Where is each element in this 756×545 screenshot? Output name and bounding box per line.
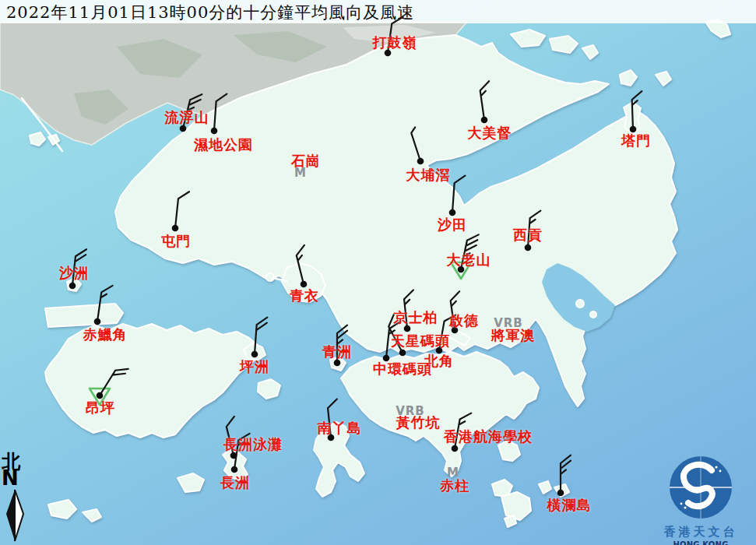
wind-station (251, 317, 268, 358)
station-label: 黃竹坑 (396, 416, 441, 430)
wind-station (557, 455, 571, 497)
hko-logo-icon (668, 455, 733, 520)
station-label: 橫瀾島 (547, 498, 592, 512)
station-dot (301, 281, 308, 288)
wind-overlay (0, 0, 756, 545)
station-label: 天星碼頭 (391, 334, 450, 348)
variable-wind-mark: VRB (396, 406, 425, 417)
wind-barb-icon (255, 317, 267, 355)
wind-barb-icon (100, 364, 128, 401)
station-dot (180, 125, 187, 132)
wind-station (172, 191, 189, 231)
station-dot (97, 392, 104, 399)
north-letter-label: N (2, 469, 30, 487)
station-dot (417, 158, 424, 165)
wind-barb-icon (631, 91, 643, 129)
station-label: 濕地公園 (194, 138, 253, 152)
wind-station (211, 93, 227, 135)
station-dot (334, 360, 341, 367)
station-dot (251, 351, 258, 358)
station-label: 昂坪 (86, 401, 115, 415)
station-dot (449, 209, 456, 216)
wind-map-app: 2022年11月01日13時00分的十分鐘平均風向及風速 打鼓嶺流浮山濕地公園石… (0, 0, 756, 545)
hko-logo-chinese-name: 香港天文台 (649, 525, 753, 540)
station-label: 啟德 (449, 314, 479, 328)
station-dot (481, 117, 488, 124)
station-label: 西貢 (513, 228, 543, 242)
station-dot (630, 126, 637, 133)
station-label: 香港航海學校 (444, 430, 533, 444)
wind-station (94, 284, 113, 325)
north-arrow-icon (2, 488, 28, 543)
wind-barb-icon (561, 455, 571, 493)
station-label: 坪洲 (240, 360, 269, 374)
wind-station (410, 127, 426, 164)
wind-station (630, 91, 643, 132)
station-dot (94, 318, 101, 325)
station-dot (452, 445, 459, 452)
wind-barb-icon (410, 127, 426, 161)
station-dot (399, 350, 406, 357)
station-label: 赤鱲角 (83, 328, 128, 342)
wind-barb-icon (97, 284, 113, 323)
station-label: 大美督 (468, 126, 512, 140)
station-label: 屯門 (161, 234, 191, 248)
wind-barb-icon (452, 175, 465, 213)
wind-barb-icon (175, 191, 189, 229)
wind-station (294, 245, 313, 287)
station-label: 青衣 (290, 289, 319, 303)
station-label: 赤柱 (440, 479, 469, 493)
station-dot (172, 225, 179, 232)
station-dot (404, 325, 411, 332)
wind-station (449, 175, 466, 216)
station-label: 長洲泳灘 (223, 438, 283, 452)
wind-barb-icon (294, 245, 313, 284)
station-label: 長洲 (220, 476, 250, 490)
station-label: 大埔滘 (406, 168, 451, 182)
station-label: 南丫島 (318, 421, 362, 435)
station-label: 塔門 (621, 134, 651, 148)
hko-logo-english-name: HONG KONG OBSERVATORY (649, 540, 753, 545)
variable-wind-mark: VRB (494, 318, 523, 329)
wind-barb-icon (479, 81, 494, 120)
station-label: 流浮山 (165, 111, 209, 125)
missing-data-mark: M (294, 167, 307, 179)
station-dot (231, 466, 238, 473)
station-dot (525, 244, 532, 251)
north-indicator: 北 N (2, 452, 30, 545)
station-dot (211, 128, 218, 135)
missing-data-mark: M (447, 467, 459, 479)
station-label: 將軍澳 (491, 329, 536, 343)
hko-logo: 香港天文台 HONG KONG OBSERVATORY (649, 455, 753, 545)
station-label: 打鼓嶺 (373, 36, 417, 50)
station-label: 大老山 (447, 253, 491, 267)
station-label: 沙洲 (59, 266, 89, 280)
station-dot (69, 283, 76, 290)
station-label: 青洲 (322, 345, 352, 359)
station-label: 沙田 (438, 218, 467, 232)
wind-station (479, 81, 494, 123)
wind-barb-icon (214, 93, 227, 132)
station-label: 中環碼頭 (373, 362, 432, 376)
station-label: 京士柏 (394, 311, 438, 325)
station-dot (557, 490, 564, 497)
